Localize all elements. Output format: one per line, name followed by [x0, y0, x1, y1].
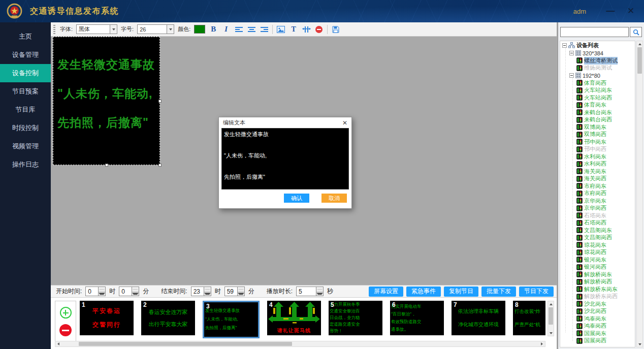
playlist-item[interactable]: 6扎实开展电动车"百日整治"，有效预防道路交通事故。 [390, 301, 444, 335]
align-left-button[interactable] [234, 24, 243, 35]
scrollbar-thumb[interactable] [79, 342, 292, 346]
resize-handle-corner[interactable] [158, 164, 162, 167]
spin-up-icon[interactable] [204, 287, 211, 292]
device-row[interactable]: 琼花岗东 [560, 241, 635, 249]
spin-up-icon[interactable] [132, 287, 139, 292]
device-row[interactable]: 海关岗西 [560, 175, 635, 183]
remove-program-button[interactable] [59, 324, 72, 336]
device-panel-scrollbar[interactable] [636, 41, 643, 347]
playlist-item[interactable]: 7依法治理非标车辆净化城市交通环境 [452, 301, 505, 335]
no-entry-button[interactable] [314, 24, 324, 35]
chevron-down-icon[interactable] [167, 24, 174, 34]
device-row[interactable]: 文昌阁岗西 [560, 234, 635, 242]
tree-group-row[interactable]: 320*384 [560, 49, 635, 57]
device-row[interactable]: 解放桥东岗东 [560, 285, 635, 293]
device-row[interactable]: 双博岗东 [560, 123, 635, 131]
device-row[interactable]: 火车站岗西 [560, 94, 635, 102]
device-row[interactable]: 国展岗西 [560, 337, 635, 345]
duration-stepper[interactable]: 5 [296, 287, 324, 296]
device-row[interactable]: 火车站岗东 [560, 87, 635, 94]
cancel-button[interactable]: 取消 [321, 194, 347, 203]
align-center-button[interactable] [247, 24, 256, 35]
device-row[interactable]: 鸿泰岗西 [560, 323, 635, 330]
playlist-hscrollbar[interactable] [55, 341, 545, 347]
resize-handle-right[interactable] [158, 100, 162, 103]
bold-button[interactable]: B [209, 24, 218, 35]
font-size-select[interactable]: 26 [137, 24, 174, 34]
color-swatch[interactable] [194, 25, 205, 34]
sidebar-item[interactable]: 时段控制 [0, 119, 51, 137]
playlist-item[interactable]: 3发生轻微交通事故"人未伤，车能动,先拍照，后撤离" [203, 301, 260, 338]
action-button[interactable]: 批量下发 [481, 287, 516, 297]
action-button[interactable]: 紧急事件 [406, 287, 441, 297]
device-row[interactable]: 双博岗西 [560, 131, 635, 139]
device-row[interactable]: 市府岗东 [560, 182, 635, 190]
scroll-up-icon[interactable] [548, 301, 554, 307]
sidebar-item[interactable]: 主页 [0, 27, 51, 46]
device-row[interactable]: 国展岗东 [560, 330, 635, 337]
device-row[interactable]: 体育岗东 [560, 102, 635, 109]
scroll-down-icon[interactable] [548, 330, 554, 336]
device-row[interactable]: 文昌阁岗东 [560, 227, 635, 234]
start-minute-stepper[interactable]: 0 [119, 287, 139, 296]
spin-up-icon[interactable] [99, 287, 105, 292]
end-hour-stepper[interactable]: 23 [191, 287, 211, 296]
device-row[interactable]: 解放桥东岗西 [560, 293, 635, 301]
device-search-button[interactable] [630, 27, 642, 37]
device-row[interactable]: 京华岗东 [560, 197, 635, 205]
device-row[interactable]: 京华岗西 [560, 205, 635, 212]
device-row[interactable]: 来鹤台岗东 [560, 109, 635, 116]
playlist-item[interactable]: 5大力开展秋冬季交通安全整治百日会战，全力稳定道路交通安全形势！ [329, 301, 382, 335]
minimize-button[interactable]: — [605, 6, 616, 16]
dialog-textarea[interactable]: 发生轻微交通事故 "人未伤，车能动, 先拍照，后撤离" [221, 128, 349, 189]
font-select[interactable]: 黑体 [76, 24, 117, 34]
device-row[interactable]: 市府岗西 [560, 190, 635, 198]
action-button[interactable]: 复制节目 [444, 287, 478, 297]
resize-handle-bottom[interactable] [105, 164, 108, 167]
scroll-up-icon[interactable] [637, 41, 642, 47]
playlist-item[interactable]: 8打击改装"炸严查严处"机 [513, 301, 545, 335]
spin-down-icon[interactable] [238, 292, 244, 296]
italic-button[interactable]: I [221, 24, 231, 35]
sidebar-item[interactable]: 节目库 [0, 101, 51, 119]
device-row[interactable]: 水利岗东 [560, 153, 635, 161]
device-row[interactable]: 石塔岗西 [560, 219, 635, 227]
insert-road-sign-button[interactable] [302, 24, 311, 35]
collapse-icon[interactable] [562, 43, 567, 48]
sidebar-item[interactable]: 视频管理 [0, 137, 51, 155]
add-program-button[interactable] [60, 307, 72, 319]
device-row[interactable]: 琼花岗西 [560, 249, 635, 257]
device-row[interactable]: 银河岗东 [560, 256, 635, 264]
device-row[interactable]: 邗中岗西 [560, 146, 635, 153]
device-row[interactable]: 螺丝湾桥测试 [560, 57, 635, 65]
device-row[interactable]: 银河岗西 [560, 264, 635, 271]
action-button[interactable]: 屏幕设置 [369, 287, 403, 297]
dialog-close-icon[interactable]: ✕ [342, 119, 347, 126]
device-row[interactable]: 鸿泰岗东 [560, 315, 635, 323]
device-row[interactable]: 维扬岗测试 [560, 65, 635, 72]
device-row[interactable]: 石塔岗东 [560, 212, 635, 219]
spin-up-icon[interactable] [238, 287, 244, 292]
end-minute-stepper[interactable]: 59 [224, 287, 245, 296]
device-row[interactable]: 沙北岗东 [560, 300, 635, 308]
device-row[interactable]: 沙北岗西 [560, 308, 635, 315]
playlist-item[interactable]: 4 请礼让斑马线 [267, 301, 321, 335]
scrollbar-thumb[interactable] [549, 307, 553, 325]
collapse-icon[interactable] [569, 51, 574, 55]
scroll-right-icon[interactable] [539, 341, 545, 346]
close-button[interactable]: ✕ [626, 6, 636, 16]
device-row[interactable]: 解放桥岗西 [560, 278, 635, 286]
sidebar-item[interactable]: 节目预案 [0, 82, 51, 101]
device-row[interactable]: 来鹤台岗西 [560, 116, 635, 124]
spin-down-icon[interactable] [132, 292, 139, 296]
confirm-button[interactable]: 确认 [284, 194, 309, 203]
playlist-item[interactable]: 1平安春运交警同行 [80, 301, 134, 335]
spin-down-icon[interactable] [316, 292, 323, 296]
sidebar-item[interactable]: 设备控制 [0, 64, 51, 82]
action-button[interactable]: 节目下发 [519, 287, 554, 297]
insert-text-button[interactable]: T [289, 24, 298, 35]
align-right-button[interactable] [260, 24, 269, 35]
sidebar-item[interactable]: 设备管理 [0, 46, 51, 64]
device-search-input[interactable] [560, 27, 629, 37]
spin-down-icon[interactable] [99, 292, 105, 296]
